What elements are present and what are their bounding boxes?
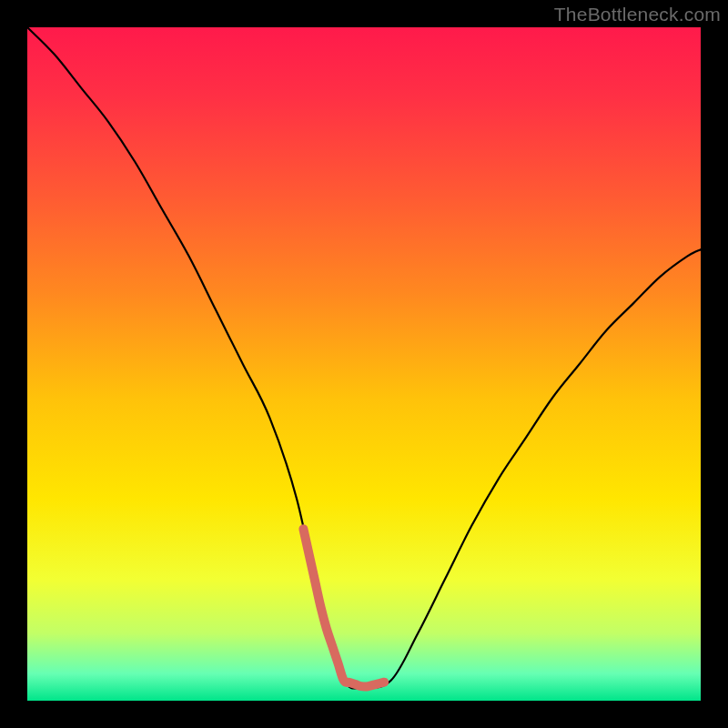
watermark-text: TheBottleneck.com: [554, 4, 721, 25]
chart-svg: [27, 27, 701, 701]
plot-area: [27, 27, 701, 701]
chart-frame: TheBottleneck.com: [0, 0, 728, 728]
gradient-background: [27, 27, 701, 701]
